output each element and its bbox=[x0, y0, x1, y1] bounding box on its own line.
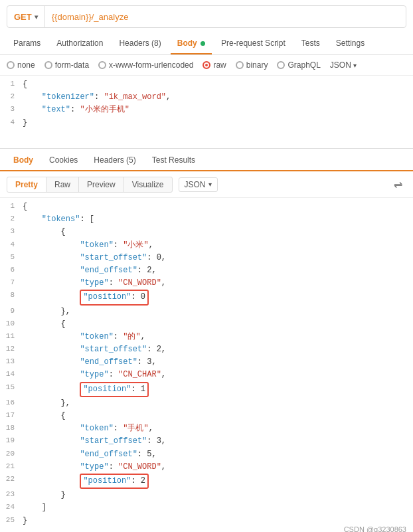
radio-circle bbox=[277, 61, 285, 69]
code-content: "end_offset": 3, bbox=[23, 356, 410, 369]
line-number: 2 bbox=[3, 91, 23, 103]
line-number: 14 bbox=[3, 369, 23, 381]
line-number: 1 bbox=[3, 201, 23, 213]
req-tab-tests[interactable]: Tests bbox=[295, 33, 327, 54]
method-chevron-icon: ▾ bbox=[35, 13, 38, 21]
req-tab-params[interactable]: Params bbox=[7, 33, 47, 54]
resp-code-line: 14 "type": "CN_CHAR", bbox=[0, 369, 413, 381]
line-number: 5 bbox=[3, 252, 23, 264]
line-number: 3 bbox=[3, 104, 23, 116]
resp-json-chevron-icon: ▾ bbox=[208, 181, 212, 188]
radio-label: form-data bbox=[55, 60, 89, 70]
req-code-line: 4} bbox=[0, 117, 413, 130]
body-option-form-data[interactable]: form-data bbox=[44, 60, 89, 70]
resp-code-line: 19 "start_offset": 3, bbox=[0, 435, 413, 448]
radio-circle bbox=[7, 61, 15, 69]
code-content: "position": 2 bbox=[23, 474, 410, 489]
resp-tab-test-results[interactable]: Test Results bbox=[145, 150, 202, 171]
code-content: }, bbox=[23, 397, 410, 410]
req-tab-headers-(8)[interactable]: Headers (8) bbox=[112, 33, 167, 54]
body-options: noneform-datax-www-form-urlencodedrawbin… bbox=[0, 55, 413, 76]
resp-code-line: 2 "tokens": [ bbox=[0, 213, 413, 226]
radio-label: binary bbox=[246, 60, 268, 70]
response-section: BodyCookiesHeaders (5)Test Results Prett… bbox=[0, 150, 413, 530]
code-content: { bbox=[23, 201, 410, 213]
fmt-tab-visualize[interactable]: Visualize bbox=[124, 177, 173, 193]
fmt-tab-pretty[interactable]: Pretty bbox=[7, 177, 46, 193]
code-content: } bbox=[23, 117, 410, 130]
body-option-binary[interactable]: binary bbox=[236, 60, 268, 70]
watermark: CSDN @g3230863 bbox=[344, 525, 406, 532]
line-number: 12 bbox=[3, 343, 23, 355]
radio-label: none bbox=[17, 60, 35, 70]
position-highlight: "position": 0 bbox=[80, 290, 149, 305]
line-number: 2 bbox=[3, 213, 23, 225]
fmt-tab-preview[interactable]: Preview bbox=[78, 177, 124, 193]
line-number: 7 bbox=[3, 277, 23, 289]
request-tab-bar: ParamsAuthorizationHeaders (8)Body Pre-r… bbox=[0, 33, 413, 55]
resp-code-line: 18 "token": "手机", bbox=[0, 422, 413, 435]
resp-tab-body[interactable]: Body bbox=[7, 150, 40, 171]
resp-code-line: 21 "type": "CN_WORD", bbox=[0, 461, 413, 474]
line-number: 9 bbox=[3, 306, 23, 317]
json-type-dropdown[interactable]: JSON▾ bbox=[330, 60, 357, 70]
resp-code-line: 24 ] bbox=[0, 501, 413, 514]
method-selector[interactable]: GET ▾ bbox=[7, 6, 45, 27]
body-option-raw[interactable]: raw bbox=[203, 60, 226, 70]
method-label: GET bbox=[14, 12, 32, 22]
resp-tab-cookies[interactable]: Cookies bbox=[42, 150, 84, 171]
req-tab-pre-request-script[interactable]: Pre-request Script bbox=[214, 33, 292, 54]
resp-tab-headers-(5)[interactable]: Headers (5) bbox=[87, 150, 142, 171]
line-number: 25 bbox=[3, 515, 23, 527]
code-content: "start_offset": 0, bbox=[23, 252, 410, 264]
line-number: 1 bbox=[3, 78, 23, 90]
resp-json-label: JSON bbox=[185, 180, 206, 189]
code-content: "token": "的", bbox=[23, 331, 410, 343]
line-number: 8 bbox=[3, 290, 23, 302]
req-code-line: 3 "text": "小米的手机" bbox=[0, 104, 413, 116]
url-input[interactable] bbox=[45, 12, 406, 22]
body-option-GraphQL[interactable]: GraphQL bbox=[277, 60, 320, 70]
response-json-dropdown[interactable]: JSON▾ bbox=[179, 177, 218, 192]
radio-circle bbox=[203, 61, 210, 69]
req-tab-authorization[interactable]: Authorization bbox=[50, 33, 110, 54]
req-tab-settings[interactable]: Settings bbox=[329, 33, 371, 54]
body-option-x-www-form-urlencoded[interactable]: x-www-form-urlencoded bbox=[98, 60, 193, 70]
code-content: "token": "小米", bbox=[23, 239, 410, 252]
code-content: "start_offset": 2, bbox=[23, 343, 410, 356]
resp-code-line: 4 "token": "小米", bbox=[0, 239, 413, 252]
resp-code-line: 1{ bbox=[0, 201, 413, 213]
resp-code-line: 9 }, bbox=[0, 306, 413, 318]
req-tab-body[interactable]: Body bbox=[171, 33, 212, 54]
req-code-line: 1{ bbox=[0, 78, 413, 91]
request-code-editor[interactable]: 1{2 "tokenizer": "ik_max_word",3 "text":… bbox=[0, 76, 413, 149]
req-code-line: 2 "tokenizer": "ik_max_word", bbox=[0, 91, 413, 104]
resp-code-line: 3 { bbox=[0, 226, 413, 238]
code-content: "position": 0 bbox=[23, 290, 410, 305]
code-content: "text": "小米的手机" bbox=[23, 104, 410, 116]
line-number: 4 bbox=[3, 117, 23, 129]
line-number: 4 bbox=[3, 239, 23, 251]
resp-code-line: 11 "token": "的", bbox=[0, 331, 413, 343]
code-content: "start_offset": 3, bbox=[23, 435, 410, 448]
resp-code-line: 22 "position": 2 bbox=[0, 474, 413, 489]
line-number: 18 bbox=[3, 422, 23, 434]
line-number: 20 bbox=[3, 448, 23, 460]
response-code: 1{2 "tokens": [3 {4 "token": "小米",5 "sta… bbox=[0, 198, 413, 530]
line-number: 19 bbox=[3, 435, 23, 447]
code-content: } bbox=[23, 489, 410, 501]
json-chevron-icon: ▾ bbox=[353, 62, 357, 69]
line-number: 6 bbox=[3, 264, 23, 276]
body-option-none[interactable]: none bbox=[7, 60, 35, 70]
radio-label: GraphQL bbox=[288, 60, 320, 70]
line-number: 22 bbox=[3, 474, 23, 486]
resp-code-line: 10 { bbox=[0, 318, 413, 331]
line-number: 11 bbox=[3, 331, 23, 343]
resp-code-line: 16 }, bbox=[0, 397, 413, 410]
wrap-icon[interactable]: ⇌ bbox=[390, 175, 406, 193]
code-content: { bbox=[23, 226, 410, 238]
fmt-tab-raw[interactable]: Raw bbox=[46, 177, 79, 193]
url-bar: GET ▾ bbox=[7, 5, 406, 28]
line-number: 15 bbox=[3, 382, 23, 394]
code-content: "type": "CN_WORD", bbox=[23, 277, 410, 290]
